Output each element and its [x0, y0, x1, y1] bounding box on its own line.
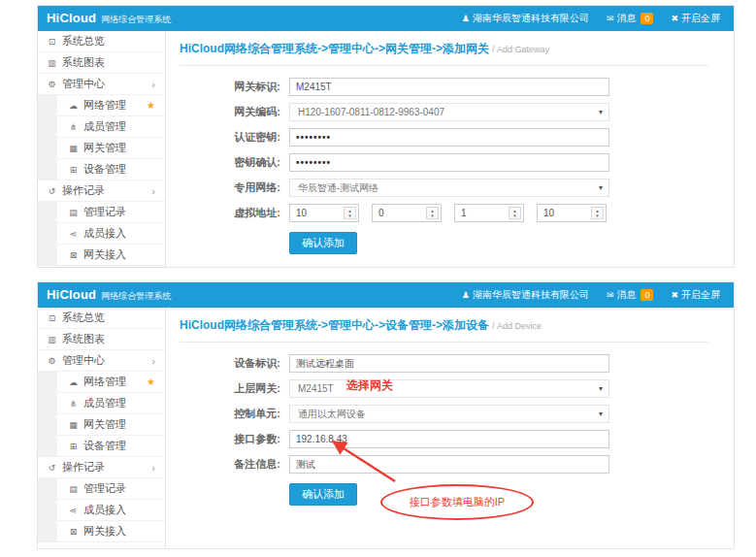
confirm-add-button[interactable]: 确认添加 — [289, 483, 357, 506]
mail-icon: ✉ — [607, 290, 614, 300]
company-menu[interactable]: ♟ 湖南华辰智通科技有限公司 — [462, 288, 589, 302]
number-stepper-icon[interactable]: ▴▾ — [426, 207, 439, 219]
file-icon: ▤ — [67, 208, 80, 217]
sidebar: ⊡ 系统总览 ▥ 系统图表 ⚙ 管理中心 › ☁ 网络管理 ★ — [38, 31, 166, 267]
fullscreen-toggle[interactable]: ✖ 开启全屏 — [671, 12, 720, 25]
app-logo[interactable]: HiCloud 网络综合管理系统 — [38, 11, 171, 26]
chart-icon: ▥ — [46, 58, 58, 68]
messages-menu[interactable]: ✉ 消息 0 — [607, 12, 654, 25]
chevron-right-icon: › — [151, 355, 165, 367]
parent-gateway-label: 上层网关: — [180, 381, 280, 396]
divider — [180, 342, 708, 343]
chevron-down-icon: ▾ — [599, 385, 603, 393]
chevron-right-icon: › — [151, 185, 165, 197]
breadcrumb-suffix: / Add Device — [492, 321, 542, 331]
sidebar-item-gateway-access[interactable]: ⊠ 网关接入 — [38, 245, 165, 266]
sidebar-item-network-management[interactable]: ☁ 网络管理 ★ — [38, 95, 165, 116]
gears-icon: ⚙ — [46, 356, 58, 366]
top-navbar: HiCloud 网络综合管理系统 ♟ 湖南华辰智通科技有限公司 ✉ 消息 0 ✖… — [38, 6, 734, 31]
private-network-select[interactable]: 华辰智通-测试网络 ▾ — [289, 179, 609, 197]
sidebar-item-member-access[interactable]: ⋖ 成员接入 — [38, 223, 165, 245]
sidebar-item-management-center[interactable]: ⚙ 管理中心 › — [38, 74, 165, 95]
sidebar-item-member-management[interactable]: ⋔ 成员管理 — [38, 116, 165, 138]
fullscreen-label: 开启全屏 — [681, 288, 720, 302]
virtual-address-octet-1[interactable]: 10 ▴▾ — [289, 204, 359, 222]
sidebar-item-device-management[interactable]: ⊞ 设备管理 — [38, 436, 165, 457]
company-menu[interactable]: ♟ 湖南华辰智通科技有限公司 — [462, 12, 589, 25]
chevron-right-icon: › — [151, 79, 165, 90]
chevron-down-icon: ▾ — [599, 109, 603, 116]
app-logo[interactable]: HiCloud 网络综合管理系统 — [38, 287, 171, 303]
sidebar-item-system-overview[interactable]: ⊡ 系统总览 — [38, 31, 165, 52]
virtual-address-octet-4[interactable]: 10 ▴▾ — [537, 204, 607, 222]
star-icon: ★ — [147, 377, 165, 387]
sidebar-item-management-center[interactable]: ⚙ 管理中心 › — [38, 350, 165, 372]
sidebar-item-member-access[interactable]: ⋖ 成员接入 — [38, 500, 165, 521]
share-icon: ⋖ — [67, 506, 80, 515]
calendar-icon: ⊞ — [67, 165, 80, 175]
device-id-label: 设备标识: — [180, 356, 280, 371]
fullscreen-icon: ✖ — [671, 14, 678, 23]
private-network-label: 专用网络: — [180, 180, 280, 195]
sitemap-icon: ⋔ — [67, 399, 80, 409]
number-stepper-icon[interactable]: ▴▾ — [344, 207, 356, 219]
brand-name: HiCloud — [47, 11, 96, 25]
control-unit-select[interactable]: 通用以太网设备 ▾ — [289, 405, 609, 423]
virtual-address-octet-3[interactable]: 1 ▴▾ — [454, 204, 524, 222]
sidebar-item-management-records[interactable]: ▤ 管理记录 — [38, 202, 165, 223]
company-name: 湖南华辰智通科技有限公司 — [473, 288, 589, 302]
sidebar-item-system-charts[interactable]: ▥ 系统图表 — [38, 329, 165, 350]
sidebar: ⊡ 系统总览 ▥ 系统图表 ⚙ 管理中心 › ☁ 网络管理 ★ — [38, 308, 166, 548]
sidebar-item-operation-log[interactable]: ↺ 操作记录 › — [38, 180, 165, 202]
breadcrumb-suffix: / Add Gateway — [492, 45, 549, 54]
chart-icon: ▥ — [46, 335, 58, 344]
messages-menu[interactable]: ✉ 消息 0 — [607, 288, 654, 302]
gateway-id-input[interactable] — [289, 78, 609, 96]
image-icon: ⊠ — [67, 527, 80, 537]
messages-count-badge: 0 — [641, 289, 653, 301]
fullscreen-icon: ✖ — [671, 290, 678, 300]
virtual-address-group: 10 ▴▾ 0 ▴▾ 1 ▴▾ 10 ▴▾ — [289, 204, 607, 222]
user-icon: ♟ — [462, 14, 470, 23]
history-icon: ↺ — [46, 463, 58, 473]
sidebar-item-system-overview[interactable]: ⊡ 系统总览 — [38, 308, 165, 329]
auth-key-input[interactable] — [289, 128, 609, 147]
key-confirm-input[interactable] — [289, 153, 609, 172]
gateway-code-select[interactable]: H120-1607-0811-0812-9963-0407 ▾ — [289, 103, 609, 121]
confirm-add-button[interactable]: 确认添加 — [289, 232, 357, 254]
sidebar-item-operation-log[interactable]: ↺ 操作记录 › — [38, 457, 165, 478]
brand-subtitle: 网络综合管理系统 — [101, 290, 171, 303]
main-content: HiCloud网络综合管理系统->管理中心->设备管理->添加设备/ Add D… — [166, 308, 734, 548]
sidebar-item-management-records[interactable]: ▤ 管理记录 — [38, 478, 165, 500]
parent-gateway-select[interactable]: M2415T ▾ — [289, 379, 609, 398]
sidebar-item-gateway-management[interactable]: ▦ 网关管理 — [38, 414, 165, 436]
interface-param-label: 接口参数: — [180, 432, 280, 446]
device-id-input[interactable] — [289, 354, 609, 373]
interface-param-input[interactable] — [289, 430, 609, 448]
window-add-device: HiCloud 网络综合管理系统 ♟ 湖南华辰智通科技有限公司 ✉ 消息 0 ✖… — [37, 281, 735, 549]
top-navbar: HiCloud 网络综合管理系统 ♟ 湖南华辰智通科技有限公司 ✉ 消息 0 ✖… — [38, 282, 734, 308]
chevron-down-icon: ▾ — [599, 184, 603, 192]
main-content: HiCloud网络综合管理系统->管理中心->网关管理->添加网关/ Add G… — [166, 31, 734, 267]
remark-input[interactable] — [289, 455, 609, 474]
sidebar-item-network-management[interactable]: ☁ 网络管理 ★ — [38, 372, 165, 393]
grid-icon: ▦ — [67, 420, 80, 430]
mail-icon: ✉ — [607, 14, 614, 23]
chevron-right-icon: › — [151, 462, 165, 474]
gateway-code-label: 网关编码: — [180, 105, 280, 119]
window-add-gateway: HiCloud 网络综合管理系统 ♟ 湖南华辰智通科技有限公司 ✉ 消息 0 ✖… — [37, 5, 735, 268]
remark-label: 备注信息: — [180, 457, 280, 472]
sidebar-item-system-charts[interactable]: ▥ 系统图表 — [38, 52, 165, 74]
fullscreen-toggle[interactable]: ✖ 开启全屏 — [671, 288, 720, 302]
sidebar-item-gateway-access[interactable]: ⊠ 网关接入 — [38, 521, 165, 542]
grid-icon: ▦ — [67, 144, 80, 153]
navbar-right: ♟ 湖南华辰智通科技有限公司 ✉ 消息 0 ✖ 开启全屏 — [462, 288, 734, 302]
sidebar-item-device-management[interactable]: ⊞ 设备管理 — [38, 159, 165, 180]
control-unit-label: 控制单元: — [180, 407, 280, 421]
number-stepper-icon[interactable]: ▴▾ — [509, 207, 521, 219]
number-stepper-icon[interactable]: ▴▾ — [591, 207, 604, 219]
desktop-icon: ⊡ — [46, 313, 58, 323]
sidebar-item-member-management[interactable]: ⋔ 成员管理 — [38, 393, 165, 414]
sidebar-item-gateway-management[interactable]: ▦ 网关管理 — [38, 138, 165, 159]
virtual-address-octet-2[interactable]: 0 ▴▾ — [372, 204, 442, 222]
